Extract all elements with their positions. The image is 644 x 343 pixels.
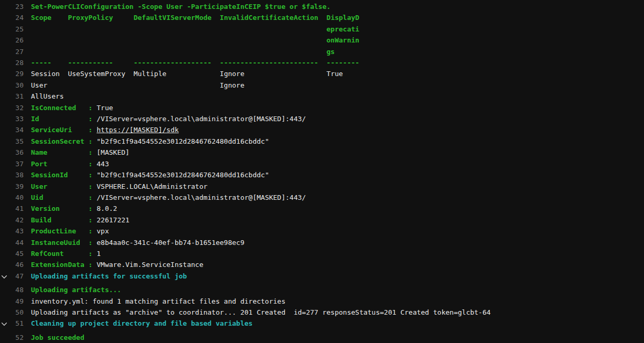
log-section-header[interactable]: 47Uploading artifacts for successful job — [0, 271, 644, 282]
line-number[interactable]: 47 — [0, 271, 24, 282]
log-segment: 443 — [96, 160, 109, 168]
log-text: Uid : /VIServer=vsphere.local\administra… — [31, 194, 306, 201]
log-line: 28----- ----------- ------------------- … — [0, 57, 644, 68]
log-segment: e8b4aa0c-341c-40ef-bb74-b1651ee98ec9 — [96, 239, 244, 246]
line-number[interactable]: 32 — [0, 102, 24, 113]
log-line: 26 onWarnin — [0, 35, 644, 46]
line-number[interactable]: 43 — [0, 226, 24, 237]
log-segment: Version — [31, 205, 60, 212]
log-segment: gs — [327, 48, 335, 56]
log-text: SessionId : "b2f9c1f9a454552e3012d284676… — [31, 171, 269, 179]
log-line: 31AllUsers — [0, 91, 644, 102]
log-segment: DisplayD — [327, 14, 360, 22]
log-text: Name : [MASKED] — [31, 148, 130, 156]
log-line: 33Id : /VIServer=vsphere.local\administr… — [0, 113, 644, 124]
line-number[interactable]: 27 — [0, 46, 24, 57]
log-segment: Uid — [31, 194, 43, 201]
log-line: 32IsConnected : True — [0, 102, 644, 113]
log-segment: Port — [31, 160, 47, 168]
log-line: 50Uploading artifacts as "archive" to co… — [0, 307, 644, 318]
line-number[interactable]: 51 — [0, 318, 24, 329]
log-segment: Ignore — [220, 70, 244, 78]
log-segment: Job succeeded — [31, 334, 84, 341]
log-text: inventory.yml: found 1 matching artifact… — [31, 297, 285, 305]
log-segment: Id — [31, 115, 39, 123]
log-line: 27 gs — [0, 46, 644, 57]
log-text: IsConnected : True — [31, 104, 113, 112]
log-text: Uploading artifacts... — [31, 286, 121, 294]
log-segment: SessionId — [31, 171, 68, 179]
job-log: 23Set-PowerCLIConfiguration -Scope User … — [0, 0, 644, 343]
log-text: Cleaning up project directory and file b… — [31, 319, 253, 327]
log-line: 44InstanceUuid : e8b4aa0c-341c-40ef-bb74… — [0, 237, 644, 248]
log-text: ProductLine : vpx — [31, 227, 109, 235]
log-segment: InvalidCertificateAction — [220, 14, 318, 22]
line-number[interactable]: 45 — [0, 248, 24, 259]
line-number[interactable]: 46 — [0, 259, 24, 270]
log-segment: Session — [31, 70, 60, 78]
log-segment: Uploading artifacts... — [31, 286, 121, 294]
log-segment: [MASKED] — [96, 148, 130, 156]
line-number[interactable]: 29 — [0, 68, 24, 79]
line-number[interactable]: 30 — [0, 80, 24, 91]
log-segment: ----------- — [68, 59, 113, 67]
log-segment: : — [89, 205, 93, 212]
line-number[interactable]: 38 — [0, 169, 24, 180]
log-text: Job succeeded — [31, 334, 84, 341]
line-number[interactable]: 36 — [0, 147, 24, 158]
line-number[interactable]: 33 — [0, 113, 24, 124]
log-segment: : — [89, 160, 93, 168]
log-text: Scope ProxyPolicy DefaultVIServerMode In… — [31, 14, 359, 22]
section-title[interactable]: Uploading artifacts for successful job — [31, 272, 187, 280]
log-segment: : — [89, 250, 93, 258]
line-number[interactable]: 40 — [0, 192, 24, 203]
log-line: 37Port : 443 — [0, 158, 644, 169]
log-line: 34ServiceUri : https://[MASKED]/sdk — [0, 124, 644, 135]
log-text: Version : 8.0.2 — [31, 205, 117, 212]
log-line: 23Set-PowerCLIConfiguration -Scope User … — [0, 1, 644, 12]
line-number[interactable]: 37 — [0, 158, 24, 169]
log-segment: : — [89, 239, 93, 246]
log-segment: Ignore — [220, 81, 244, 89]
log-text: User : VSPHERE.LOCAL\Administrator — [31, 183, 208, 190]
log-text: Uploading artifacts for successful job — [31, 272, 187, 280]
line-number[interactable]: 52 — [0, 332, 24, 343]
section-title[interactable]: Cleaning up project directory and file b… — [31, 319, 253, 327]
log-line: 45RefCount : 1 — [0, 248, 644, 259]
line-number[interactable]: 49 — [0, 296, 24, 307]
log-segment: vpx — [96, 227, 109, 235]
log-line: 24Scope ProxyPolicy DefaultVIServerMode … — [0, 12, 644, 23]
log-segment: Uploading artifacts as "archive" to coor… — [31, 308, 491, 316]
log-line: 30User Ignore — [0, 80, 644, 91]
service-uri-link[interactable]: https://[MASKED]/sdk — [96, 126, 179, 134]
line-number[interactable]: 31 — [0, 91, 24, 102]
log-segment: User — [31, 183, 47, 190]
log-segment: : — [89, 261, 93, 269]
log-segment: "b2f9c1f9a454552e3012d2846762480dd16cbdd… — [96, 171, 269, 179]
log-line: 38SessionId : "b2f9c1f9a454552e3012d2846… — [0, 169, 644, 180]
line-number[interactable]: 25 — [0, 24, 24, 35]
line-number[interactable]: 42 — [0, 215, 24, 226]
line-number[interactable]: 39 — [0, 181, 24, 192]
log-text: ExtensionData : VMware.Vim.ServiceInstan… — [31, 261, 203, 269]
line-number[interactable]: 35 — [0, 136, 24, 147]
log-segment: UseSystemProxy — [68, 70, 125, 78]
log-text: Id : /VIServer=vsphere.local\administrat… — [31, 115, 306, 123]
log-segment: : — [89, 227, 93, 235]
line-number[interactable]: 50 — [0, 307, 24, 318]
line-number[interactable]: 24 — [0, 12, 24, 23]
line-number[interactable]: 34 — [0, 124, 24, 135]
line-number[interactable]: 48 — [0, 284, 24, 295]
log-segment: : — [89, 104, 93, 112]
line-number[interactable]: 28 — [0, 57, 24, 68]
line-number[interactable]: 44 — [0, 237, 24, 248]
line-number[interactable]: 23 — [0, 1, 24, 12]
log-text: Uploading artifacts as "archive" to coor… — [31, 308, 491, 316]
log-segment: "b2f9c1f9a454552e3012d2846762480dd16cbdd… — [96, 137, 269, 145]
log-line: 52Job succeeded — [0, 332, 644, 343]
line-number[interactable]: 26 — [0, 35, 24, 46]
line-number[interactable]: 41 — [0, 203, 24, 214]
log-text: RefCount : 1 — [31, 250, 101, 258]
log-segment: ------------------- — [134, 59, 212, 67]
log-section-header[interactable]: 51Cleaning up project directory and file… — [0, 318, 644, 329]
